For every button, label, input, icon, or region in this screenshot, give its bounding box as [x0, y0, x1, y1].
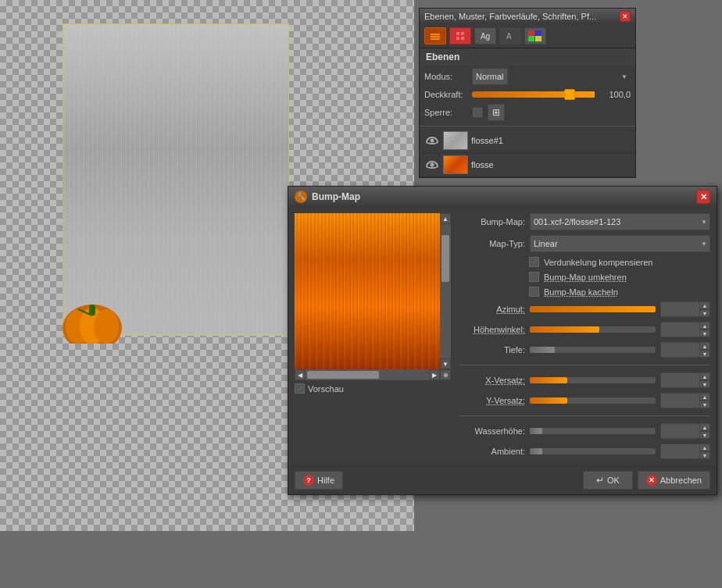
scroll-v-thumb[interactable]	[441, 235, 449, 282]
tiefe-spin-down[interactable]: ▼	[699, 350, 710, 358]
layers-panel-title: Ebenen, Muster, Farbverläufe, Schriften,…	[424, 12, 596, 21]
bump-scrollbar-vertical[interactable]: ▲ ▼	[440, 213, 451, 369]
lock-row: Sperre: ⊞	[420, 102, 635, 123]
hoehenwinkel-spin-up[interactable]: ▲	[699, 322, 710, 330]
bump-scroll-thumb-h[interactable]	[307, 371, 379, 379]
cancel-icon: ✕	[646, 475, 657, 486]
scroll-right-arrow[interactable]: ▶	[429, 369, 440, 380]
tiefe-input[interactable]: 3	[660, 342, 699, 358]
x-versatz-spin-btns: ▲ ▼	[699, 372, 710, 388]
y-versatz-input-group: 0 ▲ ▼	[660, 393, 710, 408]
azimut-slider[interactable]	[530, 306, 656, 312]
azimut-input[interactable]: 360,00	[660, 301, 699, 317]
maptype-dropdown-wrapper: Linear	[530, 235, 710, 252]
dialog-action-buttons: ↵ OK ✕ Abbrechen	[583, 471, 710, 490]
tiefe-spin-btns: ▲ ▼	[699, 342, 710, 358]
colors-tab-button[interactable]	[524, 27, 546, 45]
ambient-input-group: 0 ▲ ▼	[660, 444, 710, 459]
layer-eye-flosse1[interactable]	[424, 133, 440, 148]
azimut-spin-down[interactable]: ▼	[699, 309, 710, 317]
help-label: Hilfe	[317, 476, 334, 485]
ok-label: OK	[607, 476, 620, 485]
y-versatz-label: Y-Versatz:	[459, 396, 525, 405]
layer-eye-flosse[interactable]	[424, 157, 440, 173]
checkbox-umkehren[interactable]	[529, 272, 539, 282]
x-versatz-input-group: 0 ▲ ▼	[660, 372, 710, 388]
wasserhoehe-spin-down[interactable]: ▼	[699, 431, 710, 439]
opacity-slider-thumb[interactable]	[564, 89, 575, 100]
y-versatz-slider[interactable]	[530, 397, 656, 404]
checkbox-verdunkelung[interactable]: ✓	[529, 257, 539, 267]
mode-label: Modus:	[424, 72, 467, 81]
lock-checkbox[interactable]	[472, 107, 483, 118]
ambient-slider[interactable]	[530, 448, 656, 454]
ambient-spin-up[interactable]: ▲	[699, 444, 710, 451]
wasserhoehe-spin-up[interactable]: ▲	[699, 423, 710, 431]
bump-preview-image: ▲ ▼	[295, 213, 451, 369]
opacity-slider[interactable]	[472, 91, 595, 98]
x-versatz-input[interactable]: 0	[660, 372, 699, 388]
bump-scroll-track-h[interactable]	[306, 369, 429, 380]
eye-icon-flosse	[426, 161, 438, 169]
layer-item-flosse[interactable]: flosse	[420, 153, 635, 177]
preview-checkbox[interactable]: ✓	[295, 383, 305, 394]
scroll-up-arrow[interactable]: ▲	[440, 213, 451, 224]
ambient-spin-down[interactable]: ▼	[699, 451, 710, 459]
gradients-tab-button[interactable]: Ag	[474, 27, 496, 45]
svg-rect-11	[456, 37, 459, 40]
layers-close-button[interactable]: ✕	[620, 11, 631, 22]
x-versatz-spin-down[interactable]: ▼	[699, 380, 710, 388]
maptype-dropdown[interactable]: Linear	[530, 235, 710, 252]
layers-section-heading: Ebenen	[420, 48, 635, 66]
tiefe-slider-fill	[530, 347, 555, 353]
x-versatz-spin-up[interactable]: ▲	[699, 372, 710, 380]
fonts-tab-button[interactable]: A	[499, 27, 521, 45]
wasserhoehe-input-group: 0 ▲ ▼	[660, 423, 710, 439]
cancel-button[interactable]: ✕ Abbrechen	[638, 471, 710, 490]
y-versatz-spin-up[interactable]: ▲	[699, 393, 710, 401]
svg-rect-17	[535, 36, 542, 41]
wasserhoehe-slider-fill	[530, 428, 542, 434]
scroll-down-arrow[interactable]: ▼	[440, 358, 451, 369]
checkbox-kacheln[interactable]	[529, 287, 539, 297]
svg-rect-9	[456, 32, 459, 35]
hoehenwinkel-input[interactable]: 52,64	[660, 322, 699, 337]
lock-pattern-icon[interactable]: ⊞	[488, 104, 505, 121]
svg-point-3	[94, 309, 119, 344]
azimut-spin-up[interactable]: ▲	[699, 301, 710, 309]
eye-icon-flosse1	[426, 137, 438, 144]
wasserhoehe-input[interactable]: 0	[660, 423, 699, 439]
ambient-spin-btns: ▲ ▼	[699, 444, 710, 459]
bump-preview-texture	[295, 213, 451, 369]
bump-scrollbar-horizontal-row: ◀ ▶ ⊕	[295, 369, 451, 380]
ambient-row: Ambient: 0 ▲ ▼	[459, 444, 710, 459]
help-icon: ?	[303, 475, 314, 486]
y-versatz-spin-down[interactable]: ▼	[699, 401, 710, 408]
wasserhoehe-slider[interactable]	[530, 428, 656, 434]
scroll-reset-arrow[interactable]: ⊕	[440, 369, 451, 380]
checkbox-verdunkelung-row: ✓ Verdunkelung kompensieren	[459, 257, 710, 267]
hoehenwinkel-spin-down[interactable]: ▼	[699, 330, 710, 337]
hoehenwinkel-slider[interactable]	[530, 326, 656, 333]
controls-separator2	[459, 415, 710, 416]
bump-close-button[interactable]: ✕	[696, 190, 710, 204]
x-versatz-slider[interactable]	[530, 377, 656, 383]
layer-item-flosse1[interactable]: flosse#1	[420, 129, 635, 153]
tiefe-slider[interactable]	[530, 347, 656, 353]
ambient-input[interactable]: 0	[660, 444, 699, 459]
x-versatz-row: X-Versatz: 0 ▲ ▼	[459, 372, 710, 388]
ok-button[interactable]: ↵ OK	[583, 471, 633, 490]
help-button[interactable]: ? Hilfe	[295, 471, 343, 490]
patterns-tab-button[interactable]	[449, 27, 471, 45]
bumpmap-label: Bump-Map:	[459, 217, 525, 226]
mode-dropdown[interactable]: Normal	[472, 68, 508, 85]
y-versatz-input[interactable]: 0	[660, 393, 699, 408]
bumpmap-dropdown[interactable]: 001.xcf-2/flosse#1-123	[530, 213, 710, 230]
scroll-left-arrow[interactable]: ◀	[295, 369, 306, 380]
layers-tab-button[interactable]	[424, 27, 446, 45]
canvas-content	[63, 23, 289, 336]
svg-rect-6	[431, 34, 440, 35]
azimut-slider-fill	[530, 306, 656, 312]
tiefe-spin-up[interactable]: ▲	[699, 342, 710, 350]
checkbox-kacheln-row: Bump-Map kacheln	[459, 287, 710, 297]
